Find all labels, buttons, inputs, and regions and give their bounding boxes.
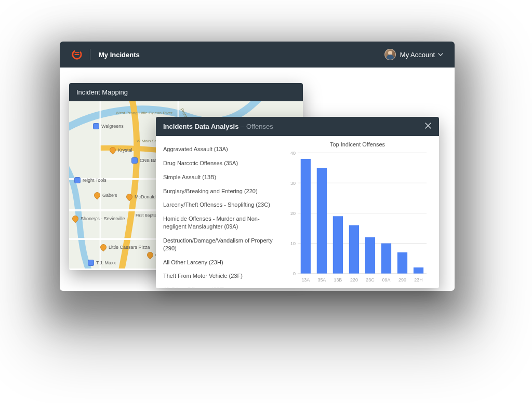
map-poi[interactable]: Little Caesars Pizza [100, 244, 150, 250]
bar-35A[interactable] [317, 168, 327, 273]
offense-item[interactable]: All Other Offenses (90Z) [163, 283, 279, 288]
offense-item[interactable]: All Other Larceny (23H) [163, 256, 279, 270]
map-poi[interactable]: Krystal [110, 147, 132, 153]
offense-item[interactable]: Theft From Motor Vehicle (23F) [163, 269, 279, 283]
svg-text:290: 290 [398, 277, 406, 282]
chart-panel: Top Indicent Offenses 01020304013A35A13B… [283, 136, 439, 288]
offense-item[interactable]: Aggravated Assault (13A) [163, 142, 279, 156]
store-pin-icon [74, 177, 81, 183]
account-menu[interactable]: My Account [384, 49, 443, 60]
svg-text:23H: 23H [414, 277, 422, 282]
topbar: My Incidents My Account [60, 42, 455, 68]
svg-text:23C: 23C [366, 277, 375, 282]
svg-text:10: 10 [290, 240, 296, 246]
incident-mapping-title: Incident Mapping [76, 88, 128, 96]
svg-text:40: 40 [290, 151, 296, 156]
svg-text:30: 30 [290, 180, 296, 185]
incidents-analysis-header: Incidents Data Analysis – Offenses [156, 117, 439, 136]
incidents-analysis-card: Incidents Data Analysis – Offenses Aggra… [156, 117, 439, 288]
map-poi[interactable]: Gabe's [94, 192, 117, 198]
bar-chart: 01020304013A35A13B22023C09A29023H [285, 151, 430, 284]
food-pin-icon [109, 146, 117, 155]
account-label: My Account [400, 51, 435, 59]
map-poi[interactable]: reight Tools [74, 177, 107, 183]
topbar-divider [90, 49, 90, 60]
offense-item[interactable]: Destruction/Damage/Vandalism of Property… [163, 234, 279, 256]
svg-text:09A: 09A [382, 277, 391, 282]
svg-text:220: 220 [350, 277, 358, 282]
bank-pin-icon [131, 157, 138, 164]
food-pin-icon [99, 243, 108, 252]
map-poi[interactable]: Walgreens [93, 123, 124, 129]
avatar [384, 49, 396, 60]
close-icon [424, 122, 432, 129]
bar-290[interactable] [397, 252, 407, 274]
map-poi[interactable]: McDonald's [126, 194, 159, 200]
map-poi[interactable]: Shoney's - Sevierville [72, 216, 125, 222]
brand-logo-icon [71, 49, 83, 60]
map-poi[interactable]: T.J. Maxx [88, 260, 116, 266]
svg-text:13B: 13B [334, 277, 342, 282]
analysis-title-main: Incidents Data Analysis [163, 123, 238, 130]
bar-23H[interactable] [414, 267, 423, 274]
svg-text:35A: 35A [317, 277, 326, 282]
svg-text:0: 0 [293, 271, 296, 276]
food-pin-icon [71, 214, 80, 223]
offense-item[interactable]: Larceny/Theft Offenses - Shoplifting (23… [163, 198, 279, 212]
offense-item[interactable]: Simple Assault (13B) [163, 170, 279, 184]
map-label-main: W Main St [137, 139, 156, 143]
offense-list: Aggravated Assault (13A)Drug Narcotic Of… [156, 136, 283, 288]
food-pin-icon [146, 251, 155, 260]
analysis-title-sub: Offenses [246, 123, 273, 130]
app-window: My Incidents My Account Incident Mapping [60, 42, 455, 291]
svg-text:20: 20 [290, 210, 296, 216]
bar-23C[interactable] [365, 237, 375, 274]
chevron-down-icon [438, 51, 443, 59]
bar-09A[interactable] [381, 244, 391, 274]
offense-item[interactable]: Homicide Offenses - Murder and Non-negli… [163, 212, 279, 234]
store-pin-icon [93, 191, 102, 200]
store-pin-icon [88, 260, 94, 266]
food-pin-icon [125, 193, 134, 202]
page-title: My Incidents [99, 51, 140, 59]
incident-mapping-header: Incident Mapping [69, 83, 303, 101]
offense-item[interactable]: Burglary/Breaking and Entering (220) [163, 184, 279, 198]
bar-220[interactable] [349, 225, 359, 274]
offense-item[interactable]: Drug Narcotic Offenses (35A) [163, 156, 279, 170]
store-pin-icon [93, 123, 99, 129]
map-label-river: West Prong Little Pigeon River [116, 111, 172, 115]
svg-text:13A: 13A [301, 277, 310, 282]
bar-13A[interactable] [301, 159, 311, 274]
close-button[interactable] [424, 122, 432, 131]
chart-title: Top Indicent Offenses [285, 141, 430, 147]
bar-13B[interactable] [333, 216, 343, 273]
